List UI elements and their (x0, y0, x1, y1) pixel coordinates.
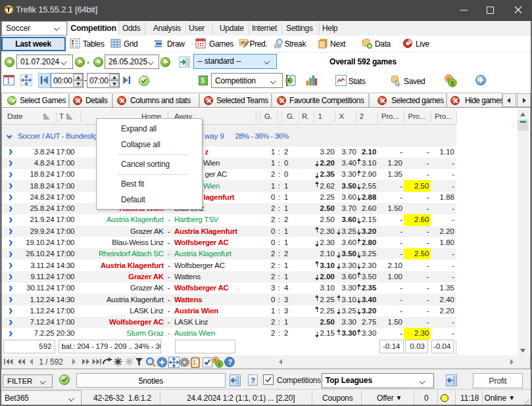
svg-text:$: $ (218, 361, 221, 367)
svg-text:?: ? (228, 358, 232, 366)
svg-text:100: 100 (275, 44, 281, 48)
svg-text:$: $ (201, 77, 205, 84)
svg-text:ab: ab (241, 40, 246, 45)
svg-text:$: $ (451, 80, 454, 87)
svg-text:1: 1 (7, 78, 11, 85)
